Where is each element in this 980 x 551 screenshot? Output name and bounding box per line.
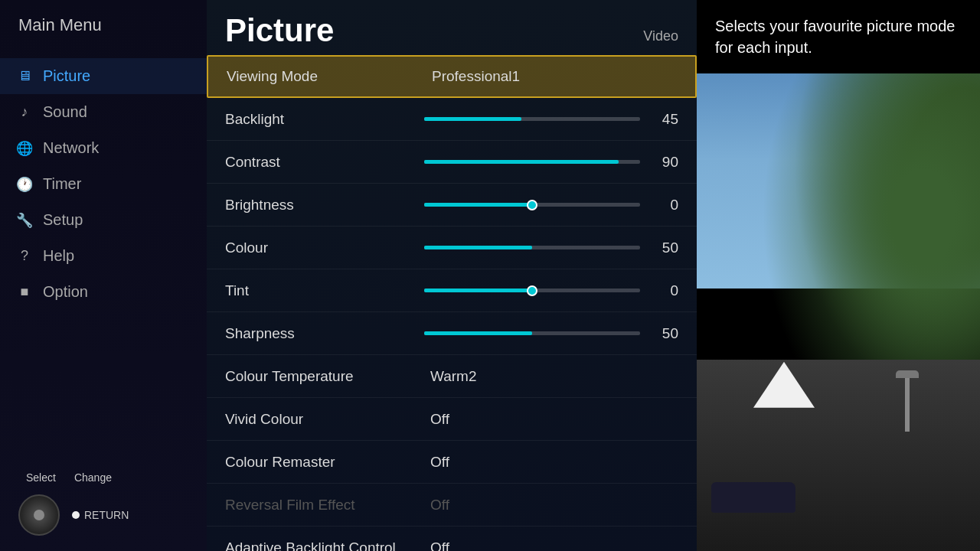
timer-icon: 🕐 — [15, 176, 34, 193]
scene-car — [711, 482, 795, 513]
vivid-colour-label: Vivid Colour — [225, 411, 424, 428]
return-button[interactable]: RETURN — [72, 509, 129, 521]
menu-row-tint[interactable]: Tint 0 — [207, 269, 697, 312]
sidebar-item-sound-label: Sound — [43, 103, 87, 121]
page-title: Picture — [225, 12, 334, 49]
sidebar-item-picture-label: Picture — [43, 67, 90, 85]
change-label: Change — [74, 471, 112, 484]
backlight-track[interactable] — [424, 117, 640, 121]
sidebar: Main Menu 🖥 Picture ♪ Sound 🌐 Network 🕐 … — [0, 0, 207, 551]
adaptive-backlight-control-value: Off — [430, 540, 449, 552]
tint-fill — [424, 289, 532, 292]
sharpness-fill — [424, 331, 532, 335]
contrast-value: 90 — [648, 154, 678, 171]
colour-track[interactable] — [424, 246, 640, 249]
menu-row-colour-remaster[interactable]: Colour Remaster Off — [207, 441, 697, 484]
adaptive-backlight-control-label: Adaptive Backlight Control — [225, 540, 424, 552]
brightness-track[interactable] — [424, 203, 640, 207]
menu-row-backlight[interactable]: Backlight 45 — [207, 98, 697, 141]
sidebar-item-help[interactable]: ? Help — [0, 238, 207, 274]
return-label-text: RETURN — [84, 509, 129, 521]
scene-ground — [697, 360, 980, 551]
colour-remaster-value: Off — [430, 454, 449, 471]
backlight-value: 45 — [648, 111, 678, 128]
input-label: Video — [643, 28, 678, 49]
sidebar-item-help-label: Help — [43, 247, 74, 265]
sharpness-track[interactable] — [424, 331, 640, 335]
colour-fill — [424, 246, 532, 249]
network-icon: 🌐 — [15, 140, 34, 157]
backlight-fill — [424, 117, 521, 121]
colour-label: Colour — [225, 240, 424, 256]
vivid-colour-value: Off — [430, 411, 449, 428]
contrast-track[interactable] — [424, 160, 640, 164]
tint-slider-container: 0 — [424, 282, 678, 299]
backlight-slider-container: 45 — [424, 111, 678, 128]
sidebar-item-network[interactable]: 🌐 Network — [0, 130, 207, 166]
brightness-value: 0 — [648, 197, 678, 214]
brightness-label: Brightness — [225, 197, 424, 214]
colour-value: 50 — [648, 240, 678, 256]
preview-image — [697, 73, 980, 551]
sidebar-controls: Select Change RETURN — [0, 456, 207, 551]
tint-thumb — [527, 285, 537, 296]
sidebar-item-timer[interactable]: 🕐 Timer — [0, 166, 207, 202]
menu-row-contrast[interactable]: Contrast 90 — [207, 141, 697, 184]
menu-row-colour-temperature[interactable]: Colour Temperature Warm2 — [207, 355, 697, 398]
viewing-mode-label: Viewing Mode — [227, 68, 426, 85]
sharpness-value: 50 — [648, 325, 678, 342]
help-icon: ? — [15, 248, 34, 264]
menu-row-viewing-mode[interactable]: Viewing Mode Professional1 — [207, 55, 697, 98]
sidebar-item-sound[interactable]: ♪ Sound — [0, 94, 207, 130]
sound-icon: ♪ — [15, 104, 34, 120]
main-header: Picture Video — [207, 0, 697, 55]
menu-row-adaptive-backlight-control[interactable]: Adaptive Backlight Control Off — [207, 527, 697, 551]
colour-temperature-value: Warm2 — [430, 368, 477, 385]
backlight-label: Backlight — [225, 111, 424, 128]
sharpness-label: Sharpness — [225, 325, 424, 342]
sharpness-slider-container: 50 — [424, 325, 678, 342]
brightness-fill — [424, 203, 532, 207]
setup-icon: 🔧 — [15, 212, 34, 229]
sidebar-title: Main Menu — [0, 0, 207, 58]
main-content: Picture Video Viewing Mode Professional1… — [207, 0, 697, 551]
colour-temperature-label: Colour Temperature — [225, 368, 424, 385]
right-panel: Selects your favourite picture mode for … — [697, 0, 980, 551]
menu-row-sharpness[interactable]: Sharpness 50 — [207, 312, 697, 355]
menu-row-colour[interactable]: Colour 50 — [207, 227, 697, 269]
scene-streetlight — [905, 370, 910, 432]
sidebar-item-picture[interactable]: 🖥 Picture — [0, 58, 207, 94]
controls-labels: Select Change — [18, 471, 112, 484]
reversal-film-effect-value: Off — [430, 497, 449, 514]
menu-row-brightness[interactable]: Brightness 0 — [207, 184, 697, 227]
sidebar-item-setup-label: Setup — [43, 211, 83, 229]
menu-row-reversal-film-effect: Reversal Film Effect Off — [207, 484, 697, 527]
tint-value: 0 — [648, 282, 678, 299]
contrast-slider-container: 90 — [424, 154, 678, 171]
tint-track[interactable] — [424, 289, 640, 292]
colour-remaster-label: Colour Remaster — [225, 454, 424, 471]
sidebar-item-setup[interactable]: 🔧 Setup — [0, 202, 207, 238]
contrast-fill — [424, 160, 619, 164]
return-dot — [72, 511, 80, 519]
reversal-film-effect-label: Reversal Film Effect — [225, 497, 424, 514]
sidebar-item-timer-label: Timer — [43, 175, 81, 193]
info-box: Selects your favourite picture mode for … — [697, 0, 980, 73]
contrast-label: Contrast — [225, 154, 424, 171]
info-description: Selects your favourite picture mode for … — [715, 18, 956, 56]
sidebar-item-network-label: Network — [43, 139, 99, 157]
d-pad[interactable] — [18, 494, 60, 536]
brightness-slider-container: 0 — [424, 197, 678, 214]
option-icon: ■ — [15, 284, 34, 300]
sidebar-item-option[interactable]: ■ Option — [0, 274, 207, 310]
d-pad-inner — [34, 510, 44, 520]
select-label: Select — [26, 471, 56, 484]
brightness-thumb — [527, 200, 537, 210]
viewing-mode-value: Professional1 — [432, 68, 520, 85]
menu-row-vivid-colour[interactable]: Vivid Colour Off — [207, 398, 697, 441]
menu-list: Viewing Mode Professional1 Backlight 45 … — [207, 55, 697, 551]
tint-label: Tint — [225, 282, 424, 299]
picture-icon: 🖥 — [15, 68, 34, 84]
sidebar-item-option-label: Option — [43, 283, 88, 301]
colour-slider-container: 50 — [424, 240, 678, 256]
